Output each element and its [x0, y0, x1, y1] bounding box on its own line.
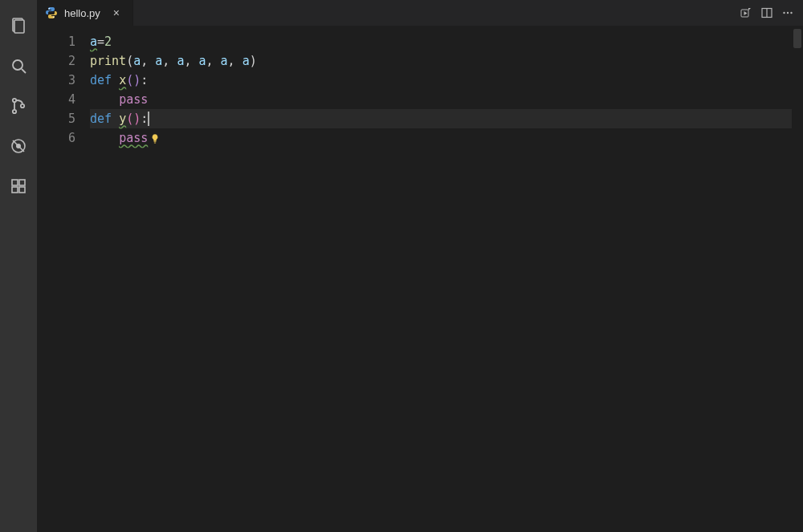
code-editor[interactable]: 123456 a=2print(a, a, a, a, a, a)def x()… [37, 26, 803, 532]
line-number-gutter: 123456 [37, 26, 90, 532]
svg-point-14 [53, 16, 55, 18]
line-number: 3 [37, 71, 75, 90]
code-line[interactable]: pass [90, 128, 792, 148]
text-cursor [148, 112, 149, 126]
activity-search-icon[interactable] [0, 48, 37, 83]
line-number: 6 [37, 128, 75, 148]
activity-explorer-icon[interactable] [0, 8, 37, 43]
svg-rect-11 [19, 187, 25, 193]
code-line[interactable]: pass [90, 90, 792, 109]
svg-line-3 [22, 69, 26, 73]
line-number: 4 [37, 90, 75, 109]
line-number: 1 [37, 32, 75, 51]
svg-rect-23 [154, 142, 156, 143]
tab-close-button[interactable]: × [110, 5, 123, 21]
code-line[interactable]: def x(): [90, 71, 792, 90]
lightbulb-icon[interactable] [149, 133, 161, 144]
code-line[interactable]: print(a, a, a, a, a, a) [90, 51, 792, 71]
svg-point-5 [13, 110, 16, 113]
python-file-icon [45, 6, 58, 19]
run-file-icon[interactable] [737, 4, 755, 22]
svg-point-6 [21, 104, 24, 108]
line-number: 5 [37, 109, 75, 128]
svg-rect-22 [154, 141, 157, 142]
tab-filename: hello.py [64, 7, 100, 19]
svg-point-20 [787, 12, 789, 14]
svg-point-13 [48, 8, 50, 10]
code-line[interactable]: def y(): [90, 109, 792, 128]
svg-point-19 [783, 12, 785, 14]
svg-rect-12 [19, 180, 25, 185]
svg-rect-10 [12, 187, 18, 193]
svg-rect-1 [14, 20, 24, 33]
tab-bar: hello.py × [37, 0, 803, 26]
tab-hello-py[interactable]: hello.py × [37, 0, 133, 26]
scrollbar[interactable] [792, 26, 803, 532]
split-editor-icon[interactable] [758, 4, 776, 22]
code-line[interactable]: a=2 [90, 32, 792, 51]
svg-point-21 [790, 12, 792, 14]
line-number: 2 [37, 51, 75, 71]
svg-marker-16 [744, 11, 748, 15]
activity-source-control-icon[interactable] [0, 88, 37, 124]
svg-rect-9 [12, 180, 18, 185]
svg-point-2 [13, 60, 22, 70]
svg-point-4 [13, 99, 16, 102]
activity-bar [0, 0, 37, 532]
code-area[interactable]: a=2print(a, a, a, a, a, a)def x(): passd… [90, 26, 792, 532]
editor-actions [731, 0, 803, 26]
scrollbar-thumb[interactable] [793, 29, 801, 48]
activity-debug-icon[interactable] [0, 128, 37, 164]
svg-point-8 [16, 144, 21, 148]
more-actions-icon[interactable] [779, 4, 797, 22]
activity-extensions-icon[interactable] [0, 169, 37, 204]
